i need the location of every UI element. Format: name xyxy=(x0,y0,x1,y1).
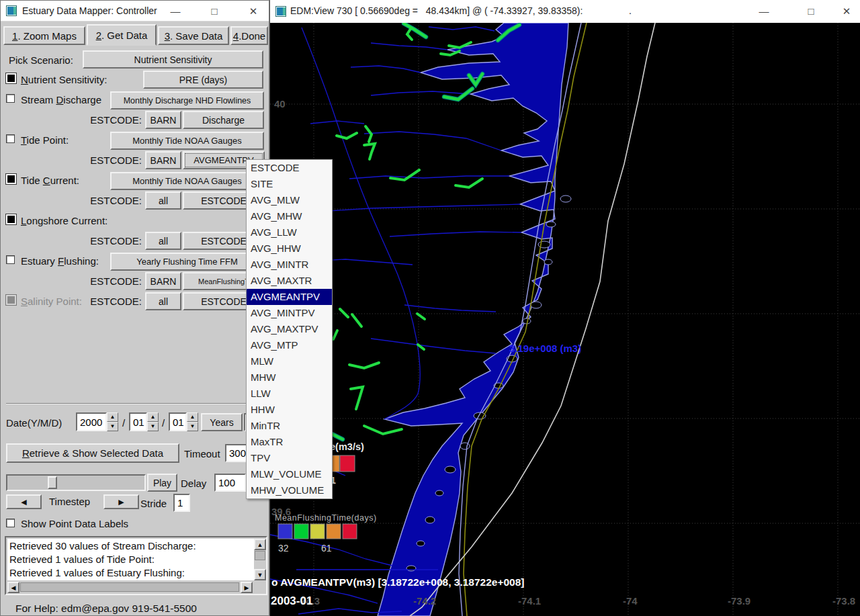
legend-swatch xyxy=(294,524,308,539)
dropdown-item[interactable]: LLW xyxy=(247,386,332,402)
estuary-flushing-checkbox[interactable] xyxy=(6,255,15,264)
variable-dropdown[interactable]: ESTCODESITEAVG_MLWAVG_MHWAVG_LLWAVG_HHWA… xyxy=(246,159,333,499)
stream-estcode-label: ESTCODE: xyxy=(88,114,142,126)
vscroll-thumb[interactable] xyxy=(255,551,265,560)
tide-current-dataset-button[interactable]: Monthly Tide NOAA Gauges xyxy=(110,172,264,190)
stream-estcode-button[interactable]: BARN xyxy=(145,111,181,129)
stream-discharge-checkbox[interactable] xyxy=(6,94,15,103)
tab-get-data[interactable]: 2. Get Data xyxy=(87,24,157,46)
dropdown-item[interactable]: TPV xyxy=(247,450,332,466)
dropdown-item[interactable]: ESTCODE xyxy=(247,160,332,176)
lon-label: -74 xyxy=(623,595,638,607)
lon-label: -73.9 xyxy=(728,595,750,607)
salinity-estcode-label: ESTCODE: xyxy=(88,296,142,307)
lat-label-40: 40 xyxy=(274,98,286,109)
tide-current-estcode-button[interactable]: all xyxy=(145,191,181,210)
stream-variable-button[interactable]: Discharge xyxy=(183,111,264,129)
dropdown-item[interactable]: SITE xyxy=(247,176,332,192)
minimize-button[interactable]: — xyxy=(162,3,189,19)
years-button[interactable]: Years xyxy=(201,413,243,431)
dropdown-item[interactable]: MLW xyxy=(247,353,332,369)
lon-label: -74.1 xyxy=(518,595,541,607)
scroll-down-icon[interactable]: ▼ xyxy=(254,569,266,580)
day-field[interactable]: 01 xyxy=(169,412,187,431)
longshore-estcode-label: ESTCODE: xyxy=(88,235,142,247)
timestep-forward-button[interactable]: ▶ xyxy=(103,494,139,509)
show-labels-checkbox[interactable] xyxy=(6,519,15,527)
dropdown-item[interactable]: AVG_LLW xyxy=(247,224,332,240)
flushing-legend-title: MeanFlushingTime(days) xyxy=(275,513,377,523)
dropdown-item[interactable]: AVG_HHW xyxy=(247,240,332,257)
log-text: Retrieved 30 values of Stream Discharge:… xyxy=(7,539,254,580)
tide-point-label: Tide Point: xyxy=(21,134,69,146)
timestep-slider[interactable] xyxy=(6,474,146,491)
dropdown-item[interactable]: MHW xyxy=(247,369,332,386)
dropdown-item[interactable]: AVG_MAXTR xyxy=(247,273,332,289)
tide-point-checkbox[interactable] xyxy=(6,134,15,143)
play-button[interactable]: Play xyxy=(147,474,177,492)
dropdown-item[interactable]: MLW_VOLUME xyxy=(247,466,332,482)
scroll-right-icon[interactable]: ▶ xyxy=(241,582,253,593)
dropdown-item[interactable]: AVG_MTP xyxy=(247,337,332,353)
date-label: Date(Y/M/D) xyxy=(6,417,62,429)
pick-scenario-label: Pick Scenario: xyxy=(9,54,73,66)
help-text: For Help: edm@epa.gov 919-541-5500 xyxy=(15,603,197,615)
stride-field[interactable]: 1 xyxy=(173,494,190,512)
dropdown-item[interactable]: MHW_VOLUME xyxy=(247,482,332,498)
flushing-estcode-button[interactable]: BARN xyxy=(145,272,181,290)
dropdown-item[interactable]: AVG_MINTR xyxy=(247,257,332,273)
month-field[interactable]: 01 xyxy=(129,412,147,431)
nutrient-variable-button[interactable]: PRE (days) xyxy=(143,71,263,89)
spin-down-icon[interactable]: ▼ xyxy=(107,422,118,431)
show-labels-label: Show Point Data Labels xyxy=(21,518,128,529)
scroll-left-icon[interactable]: ◀ xyxy=(7,582,19,593)
maximize-button[interactable]: □ xyxy=(798,3,824,19)
year-spinner[interactable]: ▲▼ xyxy=(107,412,118,431)
month-spinner[interactable]: ▲▼ xyxy=(147,412,159,431)
tab-zoom-maps[interactable]: 1. Zoom Maps xyxy=(3,26,85,45)
log-line: Retrieved 1 values of Tide Point: xyxy=(9,553,252,566)
dropdown-item[interactable]: HHW xyxy=(247,402,332,418)
salinity-estcode-button[interactable]: all xyxy=(145,292,181,310)
spin-up-icon[interactable]: ▲ xyxy=(147,412,159,422)
dropdown-item[interactable]: AVG_MLW xyxy=(247,192,332,208)
flushing-dataset-button[interactable]: Yearly Flushing Time FFM xyxy=(110,253,264,271)
tab-save-data[interactable]: 3. Save Data xyxy=(158,26,229,45)
maximize-button[interactable]: □ xyxy=(201,3,228,19)
hscroll-thumb[interactable] xyxy=(20,582,239,592)
dropdown-item[interactable]: AVG_MHW xyxy=(247,208,332,224)
retrieve-button[interactable]: Retrieve & Show Selected Data xyxy=(6,443,179,463)
map-titlebar: EDM:View 730 [ 0.56690deg = 48.434km] @ … xyxy=(270,0,860,23)
tide-point-dataset-button[interactable]: Monthly Tide NOAA Gauges xyxy=(110,132,264,150)
longshore-checkbox[interactable] xyxy=(6,214,16,224)
dropdown-item[interactable]: AVG_MAXTPV xyxy=(247,321,332,337)
spin-up-icon[interactable]: ▲ xyxy=(107,412,118,422)
spin-down-icon[interactable]: ▼ xyxy=(147,422,159,431)
dropdown-item[interactable]: AVGMEANTPV xyxy=(247,289,332,305)
tab-done[interactable]: 4.Done xyxy=(230,26,268,45)
stream-dataset-button[interactable]: Monthly Discharge NHD Flowlines xyxy=(110,91,264,109)
minimize-button[interactable]: — xyxy=(750,3,777,19)
scroll-up-icon[interactable]: ▲ xyxy=(254,539,266,550)
scenario-button[interactable]: Nutrient Sensitivity xyxy=(83,50,263,69)
delay-field[interactable]: 100 xyxy=(214,474,246,492)
controller-window-title: Estuary Data Mapper: Controller xyxy=(22,5,157,16)
map-canvas[interactable]: 40 39.6 -74.3 -74.2 -74.1 -74 -73.9 -73.… xyxy=(270,23,860,616)
close-button[interactable]: ✕ xyxy=(833,3,860,19)
nutrient-checkbox[interactable] xyxy=(6,73,16,83)
dropdown-item[interactable]: MinTR xyxy=(247,418,332,434)
dropdown-item[interactable]: AVG_MINTPV xyxy=(247,305,332,321)
spin-down-icon[interactable]: ▼ xyxy=(187,422,198,431)
timestep-back-button[interactable]: ◀ xyxy=(6,494,42,509)
close-button[interactable]: ✕ xyxy=(240,3,267,19)
tide-point-estcode-button[interactable]: BARN xyxy=(145,151,181,169)
dropdown-item[interactable]: MaxTR xyxy=(247,434,332,450)
tide-point-value-label: 3.19e+008 (m3) xyxy=(509,343,581,354)
longshore-estcode-button[interactable]: all xyxy=(145,232,181,250)
slider-handle[interactable] xyxy=(48,476,57,489)
spin-up-icon[interactable]: ▲ xyxy=(187,412,198,422)
day-spinner[interactable]: ▲▼ xyxy=(187,412,198,431)
tide-current-checkbox[interactable] xyxy=(6,174,16,184)
year-field[interactable]: 2000 xyxy=(76,412,107,431)
log-listbox[interactable]: Retrieved 30 values of Stream Discharge:… xyxy=(5,536,267,595)
